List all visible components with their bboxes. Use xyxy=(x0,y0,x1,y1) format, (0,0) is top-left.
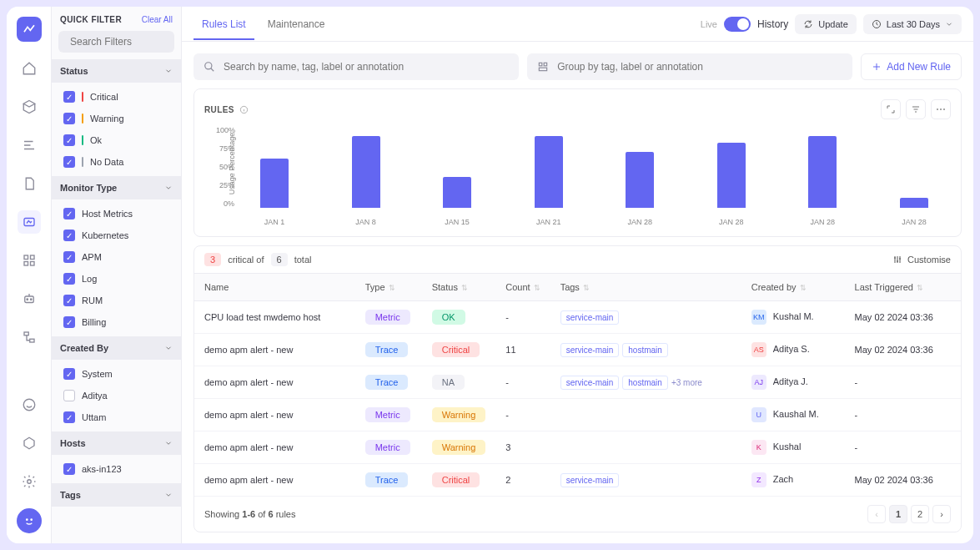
rules-card-title: RULES xyxy=(204,105,234,114)
nav-flow-icon[interactable] xyxy=(18,325,41,349)
chevron-down-icon xyxy=(164,344,173,352)
page-next[interactable]: › xyxy=(932,505,951,523)
col-created-by[interactable]: Created by⇅ xyxy=(741,274,845,301)
group-by-input[interactable] xyxy=(557,61,842,73)
section-createdby[interactable]: Created By xyxy=(52,336,181,360)
nav-cube-icon[interactable] xyxy=(18,95,41,119)
nav-bars-icon[interactable] xyxy=(18,134,41,157)
table-row[interactable]: demo apm alert - new Trace Critical 11 s… xyxy=(194,334,961,366)
filter-createdby-system[interactable]: ✓System xyxy=(52,363,181,385)
search-rules-input[interactable] xyxy=(224,61,509,73)
svg-rect-17 xyxy=(539,63,542,66)
filter-monitor-apm[interactable]: ✓APM xyxy=(52,246,181,268)
nav-home-icon[interactable] xyxy=(18,57,41,80)
filter-status-warning[interactable]: ✓Warning xyxy=(52,108,181,129)
filter-monitor-kubernetes[interactable]: ✓Kubernetes xyxy=(52,225,181,246)
info-icon[interactable] xyxy=(239,105,249,114)
user-avatar[interactable] xyxy=(17,508,42,533)
svg-rect-19 xyxy=(539,68,546,71)
update-button[interactable]: Update xyxy=(795,14,856,34)
nav-bot-icon[interactable] xyxy=(18,287,41,310)
page-prev[interactable]: ‹ xyxy=(867,505,886,523)
tab-rules-list[interactable]: Rules List xyxy=(193,8,254,40)
chevron-down-icon xyxy=(164,184,173,192)
svg-rect-1 xyxy=(24,255,28,260)
section-hosts[interactable]: Hosts xyxy=(52,431,181,455)
chart-bar xyxy=(717,143,746,208)
section-status[interactable]: Status xyxy=(52,59,181,83)
chart-bar xyxy=(626,152,654,208)
chart-bar xyxy=(260,159,289,208)
logo[interactable] xyxy=(17,17,42,42)
filter-monitor-rum[interactable]: ✓RUM xyxy=(52,290,181,311)
table-row[interactable]: CPU load test mwdemo host Metric OK - se… xyxy=(194,301,961,334)
svg-rect-18 xyxy=(544,63,547,66)
section-monitor[interactable]: Monitor Type xyxy=(52,176,181,199)
clear-all-button[interactable]: Clear All xyxy=(142,15,173,24)
tag[interactable]: hostmain xyxy=(622,376,668,390)
filter-monitor-host-metrics[interactable]: ✓Host Metrics xyxy=(52,203,181,225)
table-row[interactable]: demo apm alert - new Trace NA - service-… xyxy=(194,366,961,399)
section-tags[interactable]: Tags xyxy=(52,483,181,507)
table-row[interactable]: demo apm alert - new Metric Warning 3 KK… xyxy=(194,431,961,464)
group-icon xyxy=(537,61,549,73)
col-tags[interactable]: Tags⇅ xyxy=(550,274,741,301)
filter-status-ok[interactable]: ✓Ok xyxy=(52,129,181,151)
tag[interactable]: service-main xyxy=(560,376,620,390)
svg-point-7 xyxy=(30,299,32,300)
showing-text: Showing 1-6 of 6 rules xyxy=(204,509,296,519)
nav-settings-icon[interactable] xyxy=(18,470,41,493)
filter-search-input[interactable] xyxy=(70,36,182,48)
filter-status-critical[interactable]: ✓Critical xyxy=(52,86,181,108)
nav-doc-icon[interactable] xyxy=(18,172,41,195)
svg-point-10 xyxy=(23,399,35,411)
filter-createdby-uttam[interactable]: ✓Uttam xyxy=(52,406,181,428)
table-row[interactable]: demo apm alert - new Trace Critical 2 se… xyxy=(194,464,961,497)
svg-rect-8 xyxy=(24,332,28,336)
sliders-icon xyxy=(892,255,902,265)
tag[interactable]: service-main xyxy=(560,473,620,487)
more-tags[interactable]: +3 more xyxy=(671,378,702,387)
chevron-down-icon xyxy=(945,20,953,28)
nav-alert-icon[interactable] xyxy=(18,210,41,234)
col-status[interactable]: Status⇅ xyxy=(422,274,496,301)
add-rule-button[interactable]: Add New Rule xyxy=(861,53,962,80)
total-count: 6 xyxy=(271,253,288,266)
live-toggle[interactable] xyxy=(724,17,751,32)
chart-bar xyxy=(808,136,837,208)
tag[interactable]: service-main xyxy=(560,310,620,325)
page-1[interactable]: 1 xyxy=(889,505,907,523)
nav-box-icon[interactable] xyxy=(18,431,41,455)
col-count[interactable]: Count⇅ xyxy=(495,274,550,301)
filter-host-aks-in123[interactable]: ✓aks-in123 xyxy=(52,458,181,480)
col-last-triggered[interactable]: Last Triggered⇅ xyxy=(845,274,961,301)
filter-monitor-billing[interactable]: ✓Billing xyxy=(52,311,181,333)
page-2[interactable]: 2 xyxy=(911,505,929,523)
filter-status-no-data[interactable]: ✓No Data xyxy=(52,151,181,173)
tab-maintenance[interactable]: Maintenance xyxy=(259,8,334,40)
history-label: History xyxy=(757,18,788,30)
chart-bar xyxy=(352,136,380,208)
rules-chart: Usage Percentage 100%75%50%25%0% JAN 1JA… xyxy=(204,126,951,226)
group-by[interactable] xyxy=(527,53,852,80)
col-name[interactable]: Name xyxy=(194,274,355,301)
tag[interactable]: service-main xyxy=(560,343,620,357)
plus-icon xyxy=(872,62,882,72)
tag[interactable]: hostmain xyxy=(622,343,668,357)
chart-bar xyxy=(900,198,928,208)
expand-button[interactable] xyxy=(881,99,901,119)
chevron-down-icon xyxy=(164,491,173,499)
table-row[interactable]: demo apm alert - new Metric Warning - UK… xyxy=(194,399,961,431)
filter-search[interactable] xyxy=(58,31,174,53)
filter-monitor-log[interactable]: ✓Log xyxy=(52,268,181,290)
daterange-button[interactable]: Last 30 Days xyxy=(863,14,962,34)
nav-grid-icon[interactable] xyxy=(18,249,41,272)
chevron-down-icon xyxy=(164,439,173,447)
nav-support-icon[interactable] xyxy=(18,393,41,416)
filter-createdby-aditya[interactable]: Aditya xyxy=(52,385,181,406)
customise-button[interactable]: Customise xyxy=(892,255,951,265)
search-rules[interactable] xyxy=(193,53,519,80)
more-button[interactable]: ⋯ xyxy=(931,99,951,119)
col-type[interactable]: Type⇅ xyxy=(355,274,422,301)
filter-button[interactable] xyxy=(906,99,926,119)
